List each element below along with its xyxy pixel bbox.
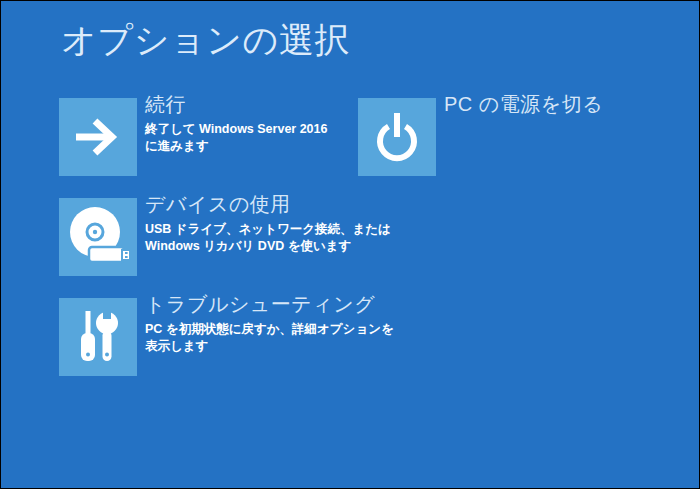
- power-icon: [358, 98, 436, 176]
- option-use-device[interactable]: デバイスの使用 USB ドライブ、ネットワーク接続、または Windows リカ…: [59, 198, 391, 276]
- arrow-right-icon: [59, 98, 137, 176]
- troubleshoot-tile[interactable]: [59, 298, 137, 376]
- continue-tile[interactable]: [59, 98, 137, 176]
- page-title: オプションの選択: [61, 17, 350, 63]
- desc-line: 表示します: [145, 338, 394, 355]
- option-continue-label: 続行: [145, 92, 327, 116]
- wrench-screwdriver-icon: [59, 298, 137, 376]
- use-device-tile[interactable]: [59, 198, 137, 276]
- option-use-device-label: デバイスの使用: [145, 192, 391, 216]
- choose-option-screen: オプションの選択 続行 終了して Windows Server 2016 に進み…: [0, 0, 700, 489]
- option-troubleshoot-desc: PC を初期状態に戻すか、詳細オプションを 表示します: [145, 321, 394, 355]
- desc-line: 終了して Windows Server 2016: [145, 121, 327, 138]
- option-continue-desc: 終了して Windows Server 2016 に進みます: [145, 121, 327, 155]
- desc-line: に進みます: [145, 138, 327, 155]
- option-use-device-desc: USB ドライブ、ネットワーク接続、または Windows リカバリ DVD を…: [145, 221, 391, 255]
- option-power-off[interactable]: PC の電源を切る: [358, 98, 603, 176]
- option-troubleshoot[interactable]: トラブルシューティング PC を初期状態に戻すか、詳細オプションを 表示します: [59, 298, 394, 376]
- desc-line: Windows リカバリ DVD を使います: [145, 238, 391, 255]
- option-troubleshoot-label: トラブルシューティング: [145, 292, 394, 316]
- disc-usb-icon: [59, 198, 137, 276]
- desc-line: PC を初期状態に戻すか、詳細オプションを: [145, 321, 394, 338]
- power-off-tile[interactable]: [358, 98, 436, 176]
- desc-line: USB ドライブ、ネットワーク接続、または: [145, 221, 391, 238]
- option-continue[interactable]: 続行 終了して Windows Server 2016 に進みます: [59, 98, 327, 176]
- option-power-off-label: PC の電源を切る: [444, 92, 603, 116]
